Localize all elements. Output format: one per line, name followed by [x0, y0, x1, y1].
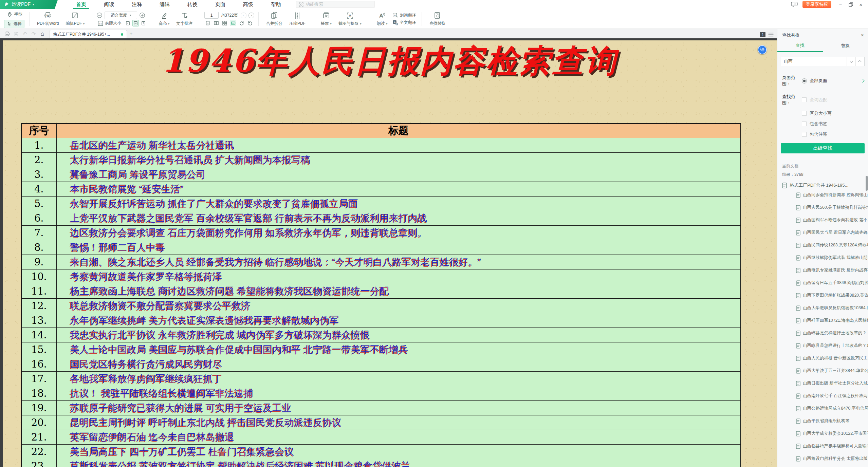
zoom-out-icon[interactable]	[96, 12, 103, 18]
sidebar-scrollbar-thumb[interactable]	[866, 176, 868, 191]
compress-pdf-button[interactable]: 压缩PDF	[286, 11, 309, 27]
save-icon[interactable]	[12, 30, 20, 38]
new-tab-button[interactable]: +	[127, 30, 135, 38]
menu-tab-annotate[interactable]: 注释	[123, 0, 151, 9]
document-tab[interactable]: 格式工厂PDF合并 1946-195+...	[50, 30, 127, 38]
search-result-item[interactable]: 山西筹设自然科学分会 太原将出版 “工	[796, 452, 868, 465]
single-page-layout-button[interactable]	[204, 20, 211, 26]
fit-width-mini-button[interactable]	[132, 20, 139, 26]
function-search-input[interactable]: 功能搜索	[296, 1, 375, 8]
capture-extract-button[interactable]: A 截图与提取 ▾	[335, 11, 365, 27]
search-result-item[interactable]: 山西南歼敌七千 百江镇之役歼敌两团又	[796, 390, 868, 402]
zoom-level-select[interactable]: 适合宽度▾	[105, 12, 137, 19]
search-result-item[interactable]: 山西崞县是怎样进行土地改革的？ (续	[796, 327, 868, 339]
fit-height-layout-button[interactable]	[230, 20, 236, 26]
page-number-input[interactable]	[204, 12, 219, 19]
search-result-item[interactable]: 山西歼匪四百10721.海南岛人民解放军	[796, 314, 868, 327]
restore-button[interactable]	[846, 1, 855, 8]
search-result-item[interactable]: 山西留有日军五千3848.阎锡山刘茂恩	[796, 277, 868, 289]
minimize-button[interactable]: −	[836, 1, 845, 8]
search-result-item[interactable]: 山西大学教职员反饥饿罢教10364.胶	[796, 302, 868, 314]
app-logo[interactable]: 迅读PDF ▾	[0, 0, 58, 9]
edit-pdf-button[interactable]: 编辑PDF ▾	[62, 11, 88, 27]
print-icon[interactable]	[3, 30, 12, 38]
undo-icon[interactable]: ↶	[20, 30, 29, 38]
search-result-item[interactable]: 山西下罗田仍续扩张战果8820.英议会	[796, 289, 868, 302]
search-result-item[interactable]: 山西同乡会招待新闻界 控诉阎锡山苛政	[796, 189, 868, 201]
message-icon[interactable]	[791, 0, 798, 9]
panel-close-icon[interactable]: ×	[861, 32, 864, 38]
results-root-item[interactable]: 格式工厂PDF合并 1946-195...	[777, 182, 868, 189]
search-result-item[interactable]: 山西灾民560.关于解放朔县轩岗等地	[796, 201, 868, 214]
find-next-button[interactable]	[847, 57, 855, 66]
rotate-left-button[interactable]	[238, 20, 245, 26]
pdf-to-word-icon: W	[44, 12, 52, 20]
menu-tab-help[interactable]: 帮助	[262, 0, 290, 9]
menu-tab-edit[interactable]: 编辑	[151, 0, 179, 9]
include-bookmarks-checkbox[interactable]	[802, 122, 807, 126]
redo-icon[interactable]: ↷	[29, 30, 38, 38]
search-result-item[interactable]: 山西临县特产极丰饶麻棉可大量输向城市	[796, 440, 868, 452]
svg-text:文: 文	[396, 23, 398, 25]
pdf-page: 1946年人民日报内容检索查询 序号 标题 1.	[3, 40, 777, 467]
actual-size-button[interactable]: 1:1 实际大小	[96, 20, 123, 26]
fit-page-mini-button[interactable]	[125, 20, 131, 26]
all-pages-radio[interactable]	[802, 78, 807, 83]
translate-float-button[interactable]: 译	[758, 45, 767, 54]
menu-tab-advanced[interactable]: 高级	[234, 0, 262, 9]
search-result-item[interactable]: 山西电讯专家姚满群氏 反对内战弃职抵	[796, 264, 868, 277]
search-result-item[interactable]: 山西人民的祸根 晋中新区数万民工全力	[796, 352, 868, 365]
search-result-item[interactable]: 山西大学决于五三迁并3844.华北公路	[796, 365, 868, 377]
text-annotation-button[interactable]: 文字批注	[173, 11, 196, 27]
prev-page-button[interactable]: ‹	[241, 13, 246, 18]
play-button[interactable]: 播放 ▾	[317, 11, 335, 27]
pdf-to-word-button[interactable]: W PDF转Word	[34, 11, 62, 27]
svg-text:A: A	[380, 13, 383, 18]
search-result-item[interactable]: 山西国阎军不断违令向我进攻 若不撤退	[796, 214, 868, 226]
find-replace-button[interactable]: 查找替换	[426, 11, 449, 27]
menu-tab-read[interactable]: 阅读	[95, 0, 123, 9]
search-result-item[interactable]: 山西崞县是怎样进行土地改革的？134	[796, 339, 868, 352]
menu-tab-page[interactable]: 页面	[206, 0, 234, 9]
panel-menu-icon[interactable]	[768, 32, 774, 37]
search-result-item[interactable]: 山西民间传说1283.恶梦1284.诗歌与	[796, 239, 868, 251]
rotate-right-button[interactable]	[247, 20, 253, 26]
include-annotations-checkbox[interactable]	[802, 132, 807, 137]
advanced-find-button[interactable]: 高级查找	[781, 143, 865, 153]
login-button[interactable]: 登录享特权	[802, 1, 831, 8]
thumbnail-panel-badge[interactable]: 1	[760, 32, 765, 37]
search-result-item[interactable]: 山西平原省府组织机构等	[796, 415, 868, 427]
search-result-item[interactable]: 山西大学成立校委会10122.平市国子监	[796, 427, 868, 440]
find-prev-button[interactable]	[855, 57, 864, 66]
word-translate-button[interactable]: A 划词翻译	[391, 12, 418, 19]
search-result-item[interactable]: 山西公路运输局成立8470.平电信局与	[796, 402, 868, 415]
divider	[777, 159, 868, 159]
search-result-item[interactable]: 山西日报出版 新华社太原分社入城发稿	[796, 377, 868, 390]
tab-find[interactable]: 查找	[777, 39, 823, 52]
find-input[interactable]: 山西	[781, 57, 865, 66]
close-button[interactable]: ×	[856, 1, 865, 8]
highlight-button[interactable]: 高亮 ▾	[155, 11, 173, 27]
zoom-in-icon[interactable]	[139, 12, 145, 18]
case-sensitive-checkbox[interactable]	[802, 111, 807, 116]
search-result-item[interactable]: 山西继续解除伪军武装 我解放山阴杨方	[796, 251, 868, 264]
select-tool-button[interactable]: 选择	[4, 20, 24, 28]
next-page-button[interactable]: ›	[248, 13, 254, 18]
menu-tab-convert[interactable]: 转换	[179, 0, 206, 9]
merge-split-button[interactable]: 合并拆分	[263, 11, 286, 27]
hand-tool-button[interactable]: 手型	[4, 10, 25, 19]
tab-replace[interactable]: 替换	[823, 39, 868, 52]
grid-layout-button[interactable]	[221, 20, 228, 26]
column-header-number: 序号	[21, 124, 56, 138]
search-result-item[interactable]: 山西平原两省府成立 省府委员主席厅长	[796, 465, 868, 467]
search-result-item[interactable]: 山西国民党当局 留日军充内战先锋 已	[796, 226, 868, 239]
whole-word-checkbox[interactable]	[802, 97, 807, 102]
two-page-layout-button[interactable]	[213, 20, 219, 26]
full-translate-button[interactable]: A文 全文翻译	[391, 19, 418, 26]
home-icon[interactable]: ⌂	[38, 30, 47, 38]
page-range-expand-icon[interactable]	[861, 79, 864, 82]
read-aloud-button[interactable]: A 朗读 ▾	[373, 11, 391, 27]
document-viewport[interactable]: 1946年人民日报内容检索查询 序号 标题 1.	[0, 38, 777, 467]
menu-tab-home[interactable]: 首页	[67, 0, 95, 9]
fit-text-mini-button[interactable]: T	[140, 20, 147, 26]
